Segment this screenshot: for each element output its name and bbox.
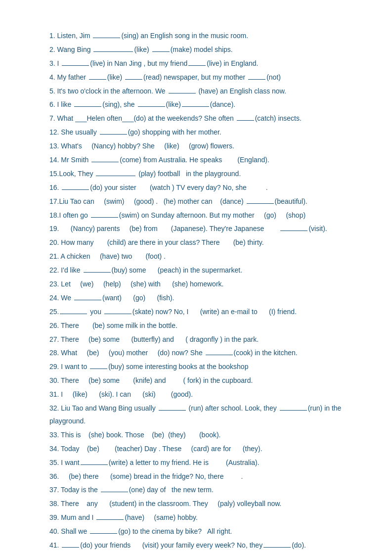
blank	[159, 410, 186, 411]
item-31: 31. I (like) (ski). I can (ski) (good).	[49, 388, 352, 401]
blank	[125, 79, 142, 80]
blank	[91, 217, 118, 218]
blank	[280, 231, 307, 231]
item-22: 22. I'd like (buy) some (peach) in the s…	[49, 264, 352, 277]
blank	[96, 176, 135, 176]
item-17: 17.Liu Tao can (swim) (good) . (he) moth…	[49, 195, 352, 208]
blank	[96, 519, 124, 520]
item-21: 21. A chicken (have) two (foot) .	[49, 250, 352, 263]
blank	[280, 410, 307, 411]
blank	[74, 106, 101, 107]
item-27: 27. There (be) some (butterfly) and ( dr…	[49, 333, 352, 346]
blank	[93, 38, 120, 38]
blank	[138, 106, 165, 107]
item-14: 14. Mr Smith (come) from Australia. He s…	[49, 154, 352, 167]
item-29: 29. I want to (buy) some interesting boo…	[49, 361, 352, 373]
item-40: 40. Shall we (go) to the cinema by bike?…	[49, 525, 352, 538]
item-1: 1. Listen, Jim (sing) an English song in…	[49, 30, 352, 43]
item-23: 23. Let (we) (help) (she) with (she) hom…	[49, 278, 352, 291]
blank	[100, 134, 127, 135]
blank	[247, 203, 274, 204]
item-4: 4. My father (like) (read) newspaper, bu…	[49, 71, 352, 84]
item-36: 36. (be) there (some) bread in the fridg…	[49, 470, 352, 483]
item-32: 32. Liu Tao and Wang Bing usually (run) …	[49, 402, 352, 428]
blank	[90, 369, 107, 369]
blank	[62, 547, 79, 548]
blank	[101, 492, 128, 492]
blank	[89, 79, 106, 80]
item-6: 6. I like (sing), she (like)(dance).	[49, 98, 352, 111]
blank	[93, 51, 133, 52]
item-24: 24. We (want) (go) (fish).	[49, 292, 352, 305]
blank	[248, 79, 265, 80]
blank	[81, 464, 108, 465]
item-38: 38. There any (student) in the classroom…	[49, 498, 352, 510]
item-30: 30. There (be) some (knife) and ( fork) …	[49, 374, 352, 387]
item-39: 39. Mum and I (have) (same) hobby.	[49, 511, 352, 524]
item-7: 7. What ___Helen often___(do) at the wee…	[49, 112, 352, 125]
blank	[237, 120, 254, 121]
item-35: 35. I want(write) a letter to my friend.…	[49, 457, 352, 469]
item-42: 42. What _(be) one plus four? It's five.	[49, 553, 352, 555]
item-16: 16. (do) your sister (watch ) TV every d…	[49, 182, 352, 194]
item-3: 3. I (live) in Nan Jing , but my friend(…	[49, 57, 352, 70]
blank	[74, 300, 101, 300]
exercise-list: 1. Listen, Jim (sing) an English song in…	[49, 30, 352, 555]
blank	[182, 106, 209, 107]
blank	[62, 65, 89, 66]
blank	[263, 547, 291, 548]
item-25: 25. you (skate) now? No, I (write) an e-…	[49, 306, 352, 319]
item-33: 33. This is (she) book. Those (be) (they…	[49, 429, 352, 442]
item-41: 41. (do) your friends (visit) your famil…	[49, 539, 352, 552]
item-13: 13. What's (Nancy) hobby? She (like) (gr…	[49, 140, 352, 153]
blank	[104, 314, 131, 314]
blank	[62, 189, 89, 190]
item-26: 26. There (be) some milk in the bottle.	[49, 320, 352, 332]
blank	[169, 93, 196, 93]
item-18: 18.I often go (swim) on Sunday afternoon…	[49, 209, 352, 222]
item-2: 2. Wang Bing (like) (make) model ships.	[49, 44, 352, 56]
item-19: 19. (Nancy) parents (be) from (Japanese)…	[49, 223, 352, 235]
item-15: 15.Look, They (play) football in the pla…	[49, 168, 352, 181]
blank	[90, 533, 117, 534]
blank	[152, 51, 170, 52]
blank	[188, 65, 206, 66]
item-34: 34. Today (be) (teacher) Day . These (ca…	[49, 443, 352, 456]
item-5: 5. It's two o'clock in the afternoon. We…	[49, 85, 352, 98]
blank	[91, 162, 119, 162]
item-37: 37. Today is the (one) day of the new te…	[49, 484, 352, 497]
blank	[60, 314, 87, 314]
item-12: 12. She usually (go) shopping with her m…	[49, 126, 352, 139]
blank	[84, 272, 111, 273]
item-28: 28. What (be) (you) mother (do) now? She…	[49, 347, 352, 360]
item-20: 20. How many (child) are there in your c…	[49, 236, 352, 249]
blank	[206, 355, 233, 355]
